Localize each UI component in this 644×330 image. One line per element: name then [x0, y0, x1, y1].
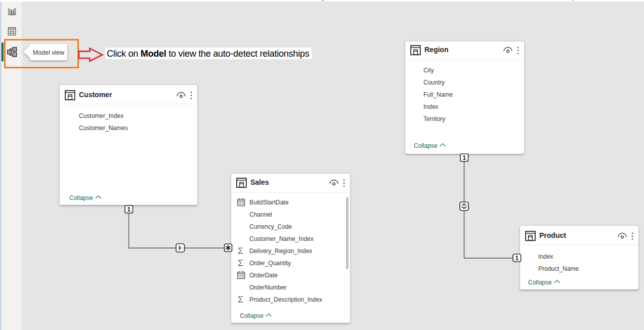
svg-text:1: 1: [462, 154, 466, 161]
svg-text:1: 1: [515, 255, 519, 262]
svg-text:Model view: Model view: [33, 49, 65, 56]
svg-text:1: 1: [127, 206, 131, 213]
